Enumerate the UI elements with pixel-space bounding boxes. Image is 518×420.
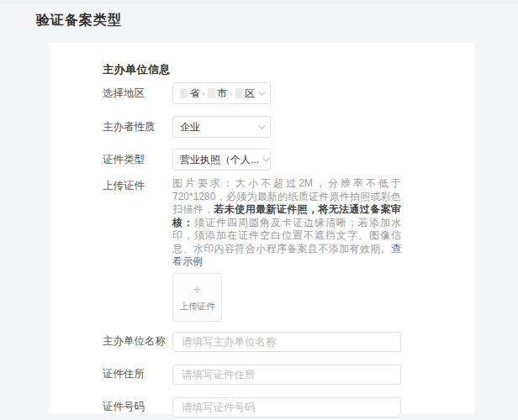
cert-address-label: 证件住所 (103, 368, 172, 381)
chevron-down-icon (262, 155, 269, 161)
cert-type-label: 证件类型 (103, 154, 172, 166)
region-label: 选择地区 (103, 87, 172, 100)
cert-type-row: 证件类型 营业执照（个人... (103, 149, 451, 171)
city-suffix: 市 (217, 87, 227, 101)
cert-type-value: 营业执照（个人... (180, 153, 259, 167)
chevron-down-icon (258, 122, 265, 129)
page-title: 验证备案类型 (0, 0, 518, 29)
form-card: 主办单位信息 选择地区 省›市›区 主办者性质 企业 证件类型 营业执照（个人.… (49, 43, 474, 413)
cert-number-label: 证件号码 (103, 401, 172, 413)
district-suffix: 区 (245, 87, 255, 101)
upload-certificate-box[interactable]: + 上传证件 (172, 273, 222, 322)
upload-req-suffix: 须证件四周圆角及卡证边缘清晰；若添加水印，须添加在证件空白位置不遮挡文字、图像信… (172, 217, 401, 255)
section-title: 主办单位信息 (103, 63, 451, 76)
upload-label: 上传证件 (103, 177, 172, 192)
nature-row: 主办者性质 企业 (103, 116, 451, 138)
org-name-row: 主办单位名称 (103, 332, 451, 352)
region-separator-2: › (230, 89, 232, 98)
region-separator-1: › (202, 89, 204, 98)
cert-number-input[interactable] (172, 397, 401, 417)
cert-address-row: 证件住所 (103, 365, 451, 385)
upload-requirements: 图片要求：大小不超过2M，分辨率不低于720*1280，必须为最新的纸质证件原件… (172, 177, 401, 269)
cert-number-row: 证件号码 (103, 397, 451, 417)
nature-label: 主办者性质 (103, 121, 172, 134)
upload-box-label: 上传证件 (180, 301, 215, 312)
plus-icon: + (193, 282, 202, 297)
region-select[interactable]: 省›市›区 (172, 82, 271, 104)
region-row: 选择地区 省›市›区 (103, 82, 451, 104)
redacted-province (180, 88, 188, 98)
nature-select[interactable]: 企业 (172, 116, 271, 138)
cert-address-input[interactable] (172, 365, 401, 385)
chevron-down-icon (258, 88, 265, 95)
org-name-input[interactable] (172, 332, 401, 352)
org-name-label: 主办单位名称 (103, 335, 172, 348)
redacted-district (235, 88, 243, 98)
cert-type-select[interactable]: 营业执照（个人... (172, 149, 271, 171)
province-suffix: 省 (189, 87, 199, 101)
nature-value: 企业 (180, 120, 200, 134)
redacted-city (208, 88, 215, 98)
top-divider (0, 3, 518, 3)
region-value: 省›市›区 (180, 87, 255, 101)
upload-row: 上传证件 图片要求：大小不超过2M，分辨率不低于720*1280，必须为最新的纸… (103, 177, 451, 322)
